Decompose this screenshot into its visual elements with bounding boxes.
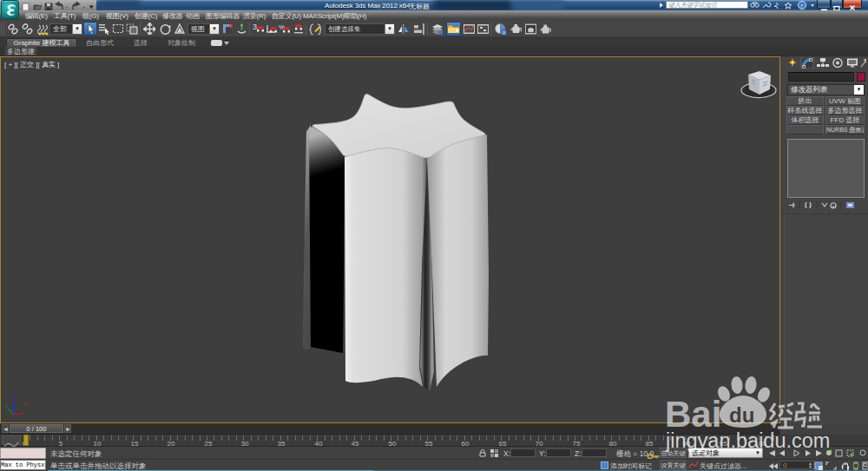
svg-text:3: 3 (253, 23, 257, 31)
svg-text:?: ? (800, 3, 803, 10)
svg-text:z: z (13, 396, 16, 402)
svg-text:x: x (23, 401, 27, 407)
